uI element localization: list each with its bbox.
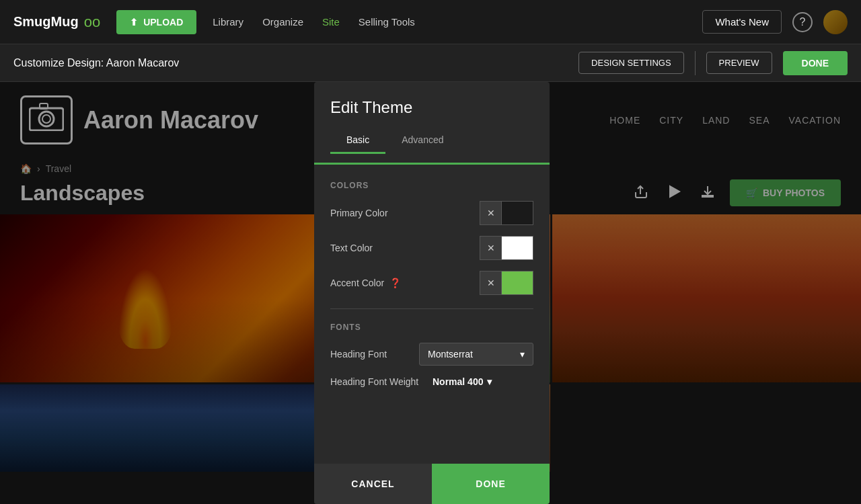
done-button[interactable]: DONE: [432, 464, 550, 504]
primary-color-controls: ✕: [480, 201, 533, 225]
whats-new-button[interactable]: What's New: [702, 10, 782, 34]
help-icon: ?: [800, 16, 806, 28]
cancel-button[interactable]: CANCEL: [314, 464, 432, 504]
heading-font-weight-row: Heading Font Weight Normal 400 ▾: [330, 376, 533, 387]
primary-color-clear-button[interactable]: ✕: [480, 201, 501, 225]
user-avatar[interactable]: [823, 10, 848, 34]
smugmug-icon: oo: [84, 13, 100, 31]
design-settings-button[interactable]: DESIGN SETTINGS: [578, 52, 683, 74]
sub-header: Customize Design: Aaron Macarov DESIGN S…: [0, 44, 861, 82]
content-area: Aaron Macarov HOME CITY LAND SEA VACATIO…: [0, 82, 861, 504]
colors-section: COLORS Primary Color ✕ Text Color ✕: [330, 181, 533, 295]
modal-body: COLORS Primary Color ✕ Text Color ✕: [314, 165, 550, 464]
upload-label: UPLOAD: [143, 17, 183, 28]
heading-font-weight-value: Normal 400: [433, 376, 483, 387]
modal-footer: CANCEL DONE: [314, 464, 550, 504]
preview-button[interactable]: PREVIEW: [706, 52, 772, 74]
text-color-controls: ✕: [480, 236, 533, 260]
modal-header: Edit Theme Basic Advanced: [314, 82, 550, 165]
primary-color-swatch[interactable]: [501, 201, 533, 225]
text-color-row: Text Color ✕: [330, 236, 533, 260]
accent-color-help-icon[interactable]: ❓: [389, 278, 401, 288]
accent-color-clear-button[interactable]: ✕: [480, 271, 501, 295]
accent-color-label: Accent Color ❓: [330, 278, 480, 288]
tab-basic[interactable]: Basic: [330, 128, 385, 154]
chevron-down-icon: ▾: [520, 349, 525, 360]
heading-font-row: Heading Font Montserrat ▾: [330, 343, 533, 366]
accent-color-controls: ✕: [480, 271, 533, 295]
nav-library[interactable]: Library: [213, 16, 244, 28]
text-color-clear-button[interactable]: ✕: [480, 236, 501, 260]
upload-button[interactable]: ⬆ UPLOAD: [116, 10, 196, 34]
logo[interactable]: SmugMug oo: [13, 13, 100, 31]
help-button[interactable]: ?: [792, 12, 813, 32]
nav-links: Library Organize Site Selling Tools: [213, 16, 702, 28]
fonts-section: FONTS Heading Font Montserrat ▾: [330, 323, 533, 387]
nav-organize[interactable]: Organize: [262, 16, 303, 28]
text-color-swatch[interactable]: [501, 236, 533, 260]
primary-color-row: Primary Color ✕: [330, 201, 533, 225]
heading-font-select[interactable]: Montserrat ▾: [419, 343, 533, 366]
modal-title: Edit Theme: [330, 98, 533, 117]
chevron-down-icon: ▾: [487, 376, 492, 387]
logo-text: SmugMug: [13, 14, 79, 30]
edit-theme-modal: Edit Theme Basic Advanced COLORS Primary…: [314, 82, 550, 504]
text-color-label: Text Color: [330, 243, 480, 253]
fonts-section-label: FONTS: [330, 323, 533, 332]
upload-icon: ⬆: [130, 17, 138, 28]
accent-color-row: Accent Color ❓ ✕: [330, 271, 533, 295]
heading-font-weight-label: Heading Font Weight: [330, 376, 424, 387]
heading-font-label: Heading Font: [330, 349, 411, 360]
accent-color-swatch[interactable]: [501, 271, 533, 295]
divider: [330, 308, 533, 309]
top-navigation: SmugMug oo ⬆ UPLOAD Library Organize Sit…: [0, 0, 861, 44]
colors-section-label: COLORS: [330, 181, 533, 190]
tab-advanced[interactable]: Advanced: [385, 128, 459, 154]
nav-site[interactable]: Site: [322, 16, 340, 28]
heading-font-weight-select[interactable]: Normal 400 ▾: [433, 376, 492, 387]
nav-selling-tools[interactable]: Selling Tools: [359, 16, 415, 28]
primary-color-label: Primary Color: [330, 208, 480, 218]
done-button-top[interactable]: DONE: [783, 51, 848, 75]
page-title: Customize Design: Aaron Macarov: [13, 57, 568, 69]
heading-font-value: Montserrat: [428, 349, 473, 360]
heading-font-select-wrapper: Montserrat ▾: [419, 343, 533, 366]
modal-tabs: Basic Advanced: [330, 128, 533, 152]
nav-right-area: What's New ?: [702, 10, 848, 34]
modal-overlay: Edit Theme Basic Advanced COLORS Primary…: [0, 82, 861, 504]
